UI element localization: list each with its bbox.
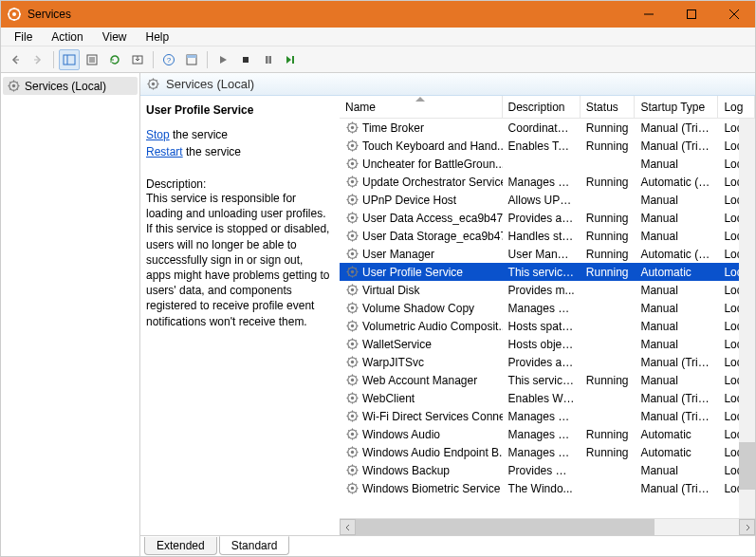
menu-file[interactable]: File <box>5 28 42 46</box>
table-row[interactable]: Windows Biometric ServiceThe Windo...Man… <box>340 479 755 497</box>
export-button[interactable] <box>127 49 148 70</box>
menu-help[interactable]: Help <box>137 28 179 46</box>
service-startup: Automatic <box>635 428 718 441</box>
table-row[interactable]: WalletServiceHosts objec...ManualLoc <box>340 335 755 353</box>
table-row[interactable]: User Profile ServiceThis service ...Runn… <box>340 263 755 281</box>
restart-link[interactable]: Restart <box>146 145 183 158</box>
refresh-button[interactable] <box>104 49 125 70</box>
service-description: The Windo... <box>503 482 581 495</box>
tree-services-local[interactable]: Services (Local) <box>3 77 138 95</box>
svg-rect-3 <box>687 10 695 19</box>
scroll-thumb[interactable] <box>356 519 655 535</box>
horizontal-scrollbar[interactable] <box>340 518 755 535</box>
table-row[interactable]: Virtual DiskProvides m...ManualLoc <box>340 281 755 299</box>
table-row[interactable]: User Data Storage_eca9b47Handles sto...R… <box>340 227 755 245</box>
gear-icon <box>345 409 360 423</box>
svg-point-42 <box>351 270 354 273</box>
start-service-button[interactable] <box>212 49 233 70</box>
table-row[interactable]: Windows AudioManages au...RunningAutomat… <box>340 425 755 443</box>
service-startup: Manual <box>635 464 718 477</box>
vertical-scrollbar[interactable] <box>739 119 755 518</box>
column-description[interactable]: Description <box>503 96 581 118</box>
scroll-left-icon[interactable] <box>340 519 356 535</box>
stop-link[interactable]: Stop <box>146 128 170 141</box>
service-startup: Manual (Trig... <box>635 410 718 423</box>
column-startup[interactable]: Startup Type <box>635 96 718 118</box>
table-row[interactable]: Windows BackupProvides Wi...ManualLoc <box>340 461 755 479</box>
restart-service-button[interactable] <box>281 49 302 70</box>
service-description: Provides ap... <box>503 212 581 225</box>
gear-icon <box>345 193 360 207</box>
show-hide-tree-button[interactable] <box>59 49 80 70</box>
table-row[interactable]: Touch Keyboard and Hand...Enables Tou...… <box>340 137 755 155</box>
column-status[interactable]: Status <box>581 96 636 118</box>
selected-service-title: User Profile Service <box>146 103 330 117</box>
service-description: Manages au... <box>503 428 581 441</box>
table-row[interactable]: UPnP Device HostAllows UPn...ManualLoc <box>340 191 755 209</box>
table-row[interactable]: Web Account ManagerThis service ...Runni… <box>340 371 755 389</box>
stop-service-button[interactable] <box>235 49 256 70</box>
service-name: Touch Keyboard and Hand... <box>362 139 503 153</box>
svg-point-32 <box>351 180 354 183</box>
service-name: Volumetric Audio Composit... <box>362 320 503 333</box>
service-name: Windows Backup <box>362 464 450 477</box>
service-name: Windows Audio Endpoint B... <box>362 446 503 459</box>
svg-point-48 <box>351 325 354 327</box>
table-row[interactable]: Uncheater for BattleGroun...ManualLoc <box>340 155 755 173</box>
service-description: Manages co... <box>503 410 581 423</box>
close-button[interactable] <box>712 1 755 28</box>
scroll-thumb[interactable] <box>739 442 755 490</box>
forward-button[interactable] <box>28 49 48 70</box>
gear-icon <box>345 463 360 477</box>
table-row[interactable]: WarpJITSvcProvides a JI...Manual (Trig..… <box>340 353 755 371</box>
toolbar: ? <box>1 46 755 73</box>
service-name: Windows Biometric Service <box>362 482 500 495</box>
svg-point-60 <box>351 433 354 436</box>
tree-pane: Services (Local) <box>1 73 140 556</box>
pause-service-button[interactable] <box>258 49 279 70</box>
table-row[interactable]: User Data Access_eca9b47Provides ap...Ru… <box>340 209 755 227</box>
service-name: User Data Storage_eca9b47 <box>362 230 503 243</box>
service-description: Provides a JI... <box>503 356 581 369</box>
service-startup: Automatic (T... <box>635 248 718 261</box>
svg-point-36 <box>351 216 354 219</box>
service-startup: Manual (Trig... <box>635 482 718 495</box>
table-row[interactable]: Volumetric Audio Composit...Hosts spatia… <box>340 317 755 335</box>
help-button[interactable]: ? <box>158 49 179 70</box>
table-row[interactable]: Time BrokerCoordinates...RunningManual (… <box>340 119 755 137</box>
services-list: Name Description Status Startup Type Log… <box>340 96 755 535</box>
service-description: Allows UPn... <box>503 194 581 207</box>
svg-point-1 <box>12 12 16 16</box>
title-bar[interactable]: Services <box>1 1 755 28</box>
service-startup: Manual (Trig... <box>635 139 718 153</box>
table-row[interactable]: Update Orchestrator ServiceManages W...R… <box>340 173 755 191</box>
service-name: Windows Audio <box>362 428 440 441</box>
scroll-right-icon[interactable] <box>739 519 755 535</box>
svg-point-56 <box>351 397 354 399</box>
svg-point-26 <box>351 126 354 129</box>
maximize-button[interactable] <box>670 1 712 28</box>
svg-point-52 <box>351 361 354 363</box>
gear-icon <box>345 247 360 261</box>
service-status: Running <box>581 266 636 279</box>
table-row[interactable]: Wi-Fi Direct Services Conne...Manages co… <box>340 407 755 425</box>
right-header-label: Services (Local) <box>166 77 254 91</box>
column-logon[interactable]: Log <box>718 96 755 118</box>
gear-icon <box>345 427 360 441</box>
properties-button[interactable] <box>82 49 102 70</box>
tab-extended[interactable]: Extended <box>144 537 217 555</box>
table-row[interactable]: WebClientEnables Win...Manual (Trig...Lo… <box>340 389 755 407</box>
table-row[interactable]: Volume Shadow CopyManages an...ManualLoc <box>340 299 755 317</box>
svg-point-22 <box>12 84 15 87</box>
column-name[interactable]: Name <box>340 96 503 118</box>
back-button[interactable] <box>5 49 26 70</box>
svg-point-28 <box>351 144 354 147</box>
table-row[interactable]: User ManagerUser Manag...RunningAutomati… <box>340 245 755 263</box>
minimize-button[interactable] <box>627 1 670 28</box>
table-row[interactable]: Windows Audio Endpoint B...Manages au...… <box>340 443 755 461</box>
menu-view[interactable]: View <box>93 28 137 46</box>
menu-action[interactable]: Action <box>42 28 92 46</box>
toolbar-properties-icon[interactable] <box>181 49 202 70</box>
svg-point-40 <box>351 252 354 255</box>
tab-standard[interactable]: Standard <box>219 536 290 555</box>
